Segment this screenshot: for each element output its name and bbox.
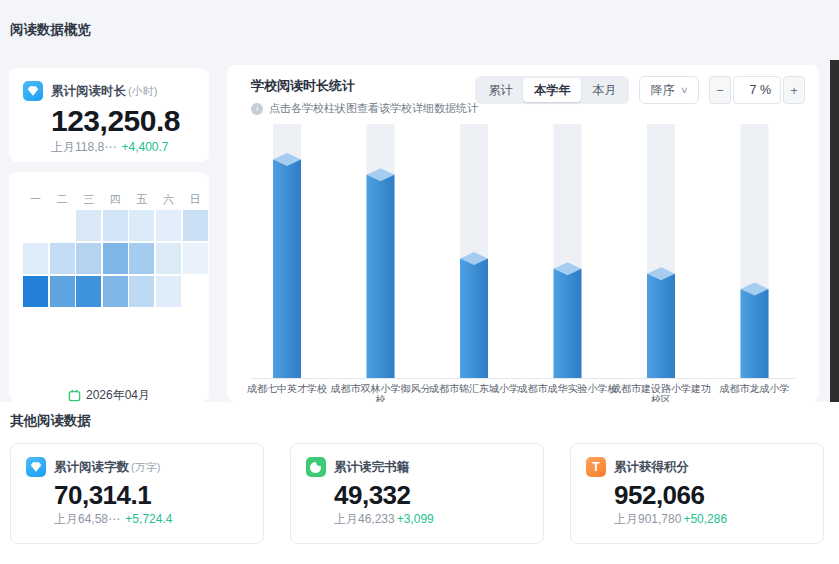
- gem-icon: [23, 81, 43, 101]
- school-bar[interactable]: [460, 259, 488, 378]
- school-bar[interactable]: [273, 160, 301, 378]
- heatmap-cell: [129, 243, 154, 274]
- heatmap-cell: [183, 210, 208, 241]
- heatmap-cell: [50, 276, 75, 307]
- heatmap-cell: [129, 276, 154, 307]
- tab-2[interactable]: 本月: [581, 78, 627, 102]
- tab-0[interactable]: 累计: [477, 78, 523, 102]
- heatmap-cell: [23, 276, 48, 307]
- zoom-value: 7 %: [733, 76, 781, 104]
- sort-dropdown[interactable]: 降序 ∨: [639, 76, 699, 104]
- chevron-down-icon: ∨: [680, 85, 689, 95]
- overview-section-title: 阅读数据概览: [10, 21, 91, 39]
- book-green-icon: [306, 457, 326, 477]
- calendar-heatmap-card: 一二三四五六日 2026年04月: [9, 172, 209, 402]
- reading-time-card: 累计阅读时长(小时) 123,250.8 上月118,8⋯ +4,400.7: [9, 68, 209, 162]
- points-delta: +50,286: [683, 512, 727, 526]
- weekday-label: 二: [50, 192, 75, 207]
- info-icon: i: [251, 103, 263, 115]
- heatmap-cell: [156, 243, 181, 274]
- school-label: 成都市龙成小学: [720, 383, 790, 394]
- words-title: 累计阅读字数(万字): [54, 459, 160, 476]
- weekday-label: 六: [156, 192, 181, 207]
- overview-section: 阅读数据概览 累计阅读时长(小时) 123,250.8 上月118,8⋯ +4,…: [0, 0, 839, 402]
- chart-title: 学校阅读时长统计: [251, 77, 478, 95]
- gem-blue-icon: [26, 457, 46, 477]
- heatmap-cell: [103, 210, 128, 241]
- heatmap-cell: [129, 210, 154, 241]
- heatmap-cell: [183, 243, 208, 274]
- points-orange-icon: T: [586, 457, 606, 477]
- points-title: 累计获得积分: [614, 459, 689, 476]
- heatmap-cell: [76, 276, 101, 307]
- school-bar[interactable]: [647, 274, 675, 378]
- school-chart-card: 学校阅读时长统计 i 点击各学校柱状图查看该学校详细数据统计 累计本学年本月 降…: [227, 65, 819, 402]
- reading-time-prev: 上月118,8⋯ +4,400.7: [51, 139, 195, 156]
- chart-controls: 累计本学年本月 降序 ∨ − 7 % +: [475, 76, 805, 104]
- books-prev: 上月46,233+3,099: [334, 511, 528, 528]
- calendar-heatmap: [23, 210, 208, 307]
- words-prev: 上月64,58⋯ +5,724.4: [54, 511, 248, 528]
- books-delta: +3,099: [397, 512, 434, 526]
- points-prev: 上月901,780+50,286: [614, 511, 808, 528]
- heatmap-cell: [76, 243, 101, 274]
- weekday-label: 日: [183, 192, 208, 207]
- books-card: 累计读完书籍 49,332 上月46,233+3,099: [290, 443, 544, 544]
- heatmap-cell: [103, 276, 128, 307]
- heatmap-cell: [23, 243, 48, 274]
- school-label: 成都市双林小学御风分校: [331, 383, 431, 402]
- school-bar[interactable]: [367, 175, 395, 378]
- others-section: 其他阅读数据 累计阅读字数(万字) 70,314.1 上月64,58⋯ +5,7…: [0, 402, 839, 564]
- points-card: T 累计获得积分 952,066 上月901,780+50,286: [570, 443, 824, 544]
- words-delta: +5,724.4: [122, 512, 172, 526]
- period-segmented-control: 累计本学年本月: [475, 76, 629, 104]
- weekday-label: 四: [103, 192, 128, 207]
- zoom-out-button[interactable]: −: [709, 76, 731, 104]
- points-value: 952,066: [614, 481, 808, 509]
- weekday-header: 一二三四五六日: [23, 192, 209, 207]
- zoom-in-button[interactable]: +: [783, 76, 805, 104]
- school-label: 成都七中英才学校: [247, 383, 327, 394]
- heatmap-cell: [103, 243, 128, 274]
- weekday-label: 一: [23, 192, 48, 207]
- words-value: 70,314.1: [54, 481, 248, 509]
- school-label: 成都市锦汇东城小学: [429, 383, 519, 394]
- reading-time-title: 累计阅读时长(小时): [51, 83, 157, 100]
- right-edge-strip: [830, 60, 839, 402]
- school-bar-chart: 成都七中英才学校成都市双林小学御风分校成都市锦汇东城小学成都市成华实验小学校成都…: [243, 120, 803, 402]
- words-card: 累计阅读字数(万字) 70,314.1 上月64,58⋯ +5,724.4: [10, 443, 264, 544]
- chart-subtitle: i 点击各学校柱状图查看该学校详细数据统计: [251, 101, 478, 116]
- zoom-stepper: − 7 % +: [709, 76, 805, 104]
- school-bar[interactable]: [554, 269, 582, 378]
- reading-time-unit: (小时): [128, 85, 157, 97]
- heatmap-cell: [50, 243, 75, 274]
- books-value: 49,332: [334, 481, 528, 509]
- heatmap-cell: [156, 210, 181, 241]
- heatmap-cell: [156, 276, 181, 307]
- school-label: 成都市建设路小学建功校区: [611, 383, 711, 402]
- calendar-icon: [68, 389, 81, 402]
- tab-1[interactable]: 本学年: [523, 78, 581, 102]
- reading-time-delta: +4,400.7: [118, 140, 168, 154]
- heatmap-cell: [76, 210, 101, 241]
- books-title: 累计读完书籍: [334, 459, 409, 476]
- reading-time-value: 123,250.8: [51, 105, 195, 137]
- weekday-label: 五: [129, 192, 154, 207]
- others-section-title: 其他阅读数据: [10, 412, 91, 430]
- school-bar[interactable]: [741, 289, 769, 378]
- month-label: 2026年04月: [9, 387, 209, 402]
- weekday-label: 三: [76, 192, 101, 207]
- school-label: 成都市成华实验小学校: [518, 383, 618, 394]
